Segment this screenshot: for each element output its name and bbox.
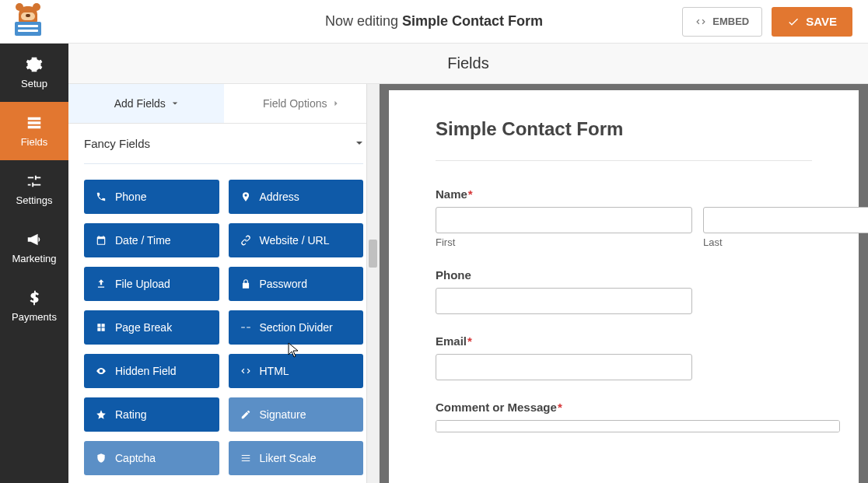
group-label: Fancy Fields [84,137,150,150]
scrollbar-thumb[interactable] [369,240,377,268]
tab-label: Field Options [263,97,327,110]
primary-nav: Setup Fields Settings Marketing Payments [0,44,68,483]
scrollbar[interactable] [366,84,379,483]
field-name[interactable]: Name* First Last [436,187,812,248]
save-button[interactable]: SAVE [772,7,852,37]
field-hidden[interactable]: Hidden Field [84,354,219,388]
field-address[interactable]: Address [229,180,364,214]
sidenav-settings[interactable]: Settings [0,160,68,219]
upload-icon [95,278,107,289]
chevron-down-icon [172,100,178,107]
dollar-icon [26,289,43,306]
megaphone-icon [26,231,43,248]
field-label: Page Break [115,321,172,334]
star-icon [95,409,107,420]
field-label: Website / URL [260,234,330,247]
field-signature[interactable]: Signature [229,397,364,432]
code-icon [240,366,252,376]
brand-logo [11,8,45,36]
hr-icon [240,322,252,333]
grid-icon [240,453,252,464]
field-label: Rating [115,408,146,421]
field-label: Hidden Field [115,365,177,377]
phone-input[interactable] [436,288,692,314]
check-icon [787,16,800,28]
sublabel-first: First [436,236,692,248]
form-name: Simple Contact Form [402,13,543,29]
lock-icon [240,278,252,289]
field-label: Date / Time [115,234,171,247]
eye-icon [95,366,107,376]
field-phone[interactable]: Phone [436,268,812,314]
pin-icon [240,191,252,202]
field-label: Section Divider [260,321,333,334]
field-datetime[interactable]: Date / Time [84,223,219,257]
sidenav-setup[interactable]: Setup [0,44,68,102]
field-comment[interactable]: Comment or Message* [436,401,812,435]
chevron-right-icon [333,100,339,107]
required-marker: * [468,187,473,201]
field-url[interactable]: Website / URL [229,223,364,257]
form-icon [26,114,43,131]
field-email[interactable]: Email* [436,334,812,380]
section-header: Fields [68,44,868,84]
sidenav-payments[interactable]: Payments [0,277,68,335]
phone-icon [95,191,107,202]
form-preview-area[interactable]: Simple Contact Form Name* First [380,84,868,483]
embed-button[interactable]: EMBED [682,7,762,37]
field-phone[interactable]: Phone [84,180,219,214]
code-icon [695,16,706,27]
field-file[interactable]: File Upload [84,267,219,301]
field-section[interactable]: Section Divider [229,310,364,345]
divider [436,160,812,161]
group-fancy-fields[interactable]: Fancy Fields [84,124,363,164]
pen-icon [240,409,252,420]
chevron-down-icon [355,139,363,147]
sidenav-label: Settings [16,194,53,206]
form-title: Simple Contact Form [436,118,812,140]
field-label: HTML [260,365,289,377]
field-label: Signature [260,408,306,421]
field-label: Comment or Message [436,401,557,414]
field-rating[interactable]: Rating [84,397,219,432]
field-html[interactable]: HTML [229,354,364,388]
sidenav-label: Fields [21,136,48,148]
required-marker: * [467,334,472,348]
sidenav-fields[interactable]: Fields [0,102,68,160]
email-input[interactable] [436,354,692,380]
required-marker: * [558,401,562,414]
field-label: Likert Scale [260,452,317,464]
field-label: File Upload [115,278,170,290]
name-first-input[interactable] [436,207,692,233]
sidenav-marketing[interactable]: Marketing [0,219,68,277]
sidenav-label: Payments [12,311,57,323]
gear-icon [26,56,43,73]
field-label: Name [436,187,467,201]
field-password[interactable]: Password [229,267,364,301]
sublabel-last: Last [703,236,868,248]
calendar-icon [95,235,107,246]
field-label: Phone [436,268,471,282]
field-likert[interactable]: Likert Scale [229,441,364,475]
field-label: Phone [115,191,146,203]
field-label: Address [260,191,299,203]
field-label: Email [436,334,467,348]
tab-add-fields[interactable]: Add Fields [68,84,224,123]
name-last-input[interactable] [703,207,868,233]
section-title: Fields [447,54,488,72]
sliders-icon [26,173,43,190]
embed-label: EMBED [712,16,749,27]
save-label: SAVE [806,15,837,28]
tab-field-options[interactable]: Field Options [224,84,380,123]
now-editing-prefix: Now editing [325,13,402,29]
field-captcha[interactable]: Captcha [84,441,219,475]
field-pagebreak[interactable]: Page Break [84,310,219,345]
field-label: Captcha [115,452,156,464]
link-icon [240,235,252,246]
shield-icon [95,453,107,464]
sidenav-label: Setup [21,78,47,89]
sidenav-label: Marketing [12,253,56,264]
field-label: Password [260,278,307,290]
tab-label: Add Fields [114,97,166,110]
comment-input[interactable] [436,420,840,432]
